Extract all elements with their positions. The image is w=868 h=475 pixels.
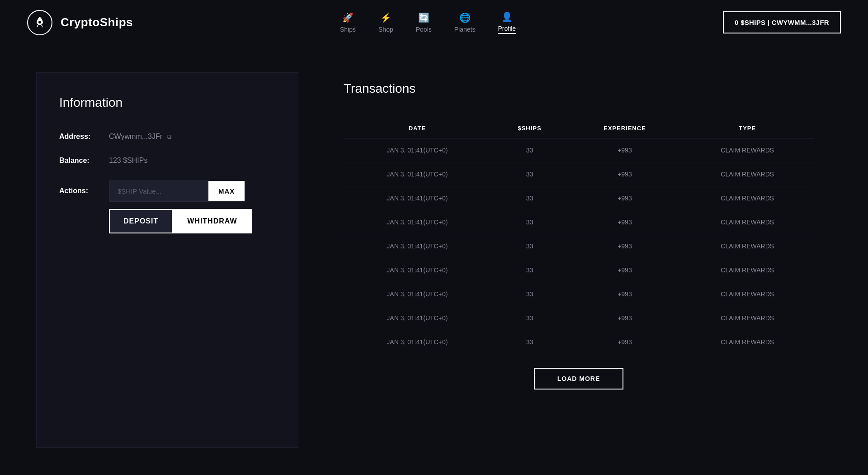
cell-ships: 33 — [491, 186, 569, 210]
pools-icon: 🔄 — [418, 12, 429, 23]
table-row: JAN 3, 01:41(UTC+0) 33 +993 CLAIM REWARD… — [344, 162, 814, 186]
nav-item-shop[interactable]: ⚡ Shop — [378, 12, 393, 33]
app-title: CryptoShips — [61, 15, 133, 29]
cell-type: CLAIM REWARDS — [681, 306, 814, 330]
cell-experience: +993 — [568, 330, 681, 354]
table-row: JAN 3, 01:41(UTC+0) 33 +993 CLAIM REWARD… — [344, 258, 814, 282]
transactions-header-row: DATE $SHIPS EXPERIENCE TYPE — [344, 119, 814, 138]
col-header-type: TYPE — [681, 119, 814, 138]
cell-date: JAN 3, 01:41(UTC+0) — [344, 258, 491, 282]
shop-icon: ⚡ — [380, 12, 392, 23]
load-more-button[interactable]: LOAD MORE — [534, 368, 624, 390]
nav-label-ships: Ships — [340, 26, 356, 33]
cell-ships: 33 — [491, 138, 569, 162]
transactions-table: DATE $SHIPS EXPERIENCE TYPE JAN 3, 01:41… — [344, 119, 814, 354]
main-nav: 🚀 Ships ⚡ Shop 🔄 Pools 🌐 Planets 👤 Profi… — [340, 11, 516, 34]
rocket-icon — [33, 16, 47, 29]
cell-date: JAN 3, 01:41(UTC+0) — [344, 282, 491, 306]
ship-value-row: MAX — [109, 180, 252, 202]
profile-icon: 👤 — [501, 11, 513, 22]
ships-icon: 🚀 — [342, 12, 354, 23]
cell-ships: 33 — [491, 210, 569, 234]
cell-date: JAN 3, 01:41(UTC+0) — [344, 306, 491, 330]
col-header-date: DATE — [344, 119, 491, 138]
cell-date: JAN 3, 01:41(UTC+0) — [344, 138, 491, 162]
table-row: JAN 3, 01:41(UTC+0) 33 +993 CLAIM REWARD… — [344, 306, 814, 330]
cell-experience: +993 — [568, 138, 681, 162]
cell-type: CLAIM REWARDS — [681, 234, 814, 258]
cell-experience: +993 — [568, 162, 681, 186]
cell-type: CLAIM REWARDS — [681, 138, 814, 162]
planets-icon: 🌐 — [459, 12, 471, 23]
col-header-experience: EXPERIENCE — [568, 119, 681, 138]
wallet-button[interactable]: 0 $SHIPS | CWYWMM...3JFR — [723, 11, 841, 33]
table-row: JAN 3, 01:41(UTC+0) 33 +993 CLAIM REWARD… — [344, 210, 814, 234]
nav-label-profile: Profile — [498, 25, 516, 32]
cell-ships: 33 — [491, 234, 569, 258]
table-row: JAN 3, 01:41(UTC+0) 33 +993 CLAIM REWARD… — [344, 138, 814, 162]
cell-ships: 33 — [491, 306, 569, 330]
cell-experience: +993 — [568, 306, 681, 330]
table-row: JAN 3, 01:41(UTC+0) 33 +993 CLAIM REWARD… — [344, 234, 814, 258]
table-row: JAN 3, 01:41(UTC+0) 33 +993 CLAIM REWARD… — [344, 186, 814, 210]
address-value: CWywmm...3JFr ⧉ — [109, 133, 171, 141]
actions-row: Actions: MAX DEPOSIT WHITHDRAW — [59, 180, 275, 233]
cell-type: CLAIM REWARDS — [681, 210, 814, 234]
cell-date: JAN 3, 01:41(UTC+0) — [344, 186, 491, 210]
cell-ships: 33 — [491, 162, 569, 186]
cell-type: CLAIM REWARDS — [681, 186, 814, 210]
actions-inputs: MAX DEPOSIT WHITHDRAW — [109, 180, 252, 233]
cell-ships: 33 — [491, 258, 569, 282]
cell-date: JAN 3, 01:41(UTC+0) — [344, 162, 491, 186]
nav-item-pools[interactable]: 🔄 Pools — [416, 12, 432, 33]
cell-date: JAN 3, 01:41(UTC+0) — [344, 210, 491, 234]
balance-label: Balance: — [59, 157, 109, 165]
nav-label-shop: Shop — [378, 26, 393, 33]
ship-value-input[interactable] — [109, 180, 208, 202]
cell-experience: +993 — [568, 234, 681, 258]
address-text: CWywmm...3JFr — [109, 133, 162, 141]
svg-point-0 — [38, 21, 41, 24]
cell-experience: +993 — [568, 282, 681, 306]
cell-ships: 33 — [491, 330, 569, 354]
copy-icon[interactable]: ⧉ — [167, 133, 171, 141]
info-panel: Information Address: CWywmm...3JFr ⧉ Bal… — [36, 72, 298, 448]
table-row: JAN 3, 01:41(UTC+0) 33 +993 CLAIM REWARD… — [344, 282, 814, 306]
withdraw-button[interactable]: WHITHDRAW — [173, 209, 251, 233]
cell-type: CLAIM REWARDS — [681, 330, 814, 354]
cell-type: CLAIM REWARDS — [681, 162, 814, 186]
nav-item-profile[interactable]: 👤 Profile — [498, 11, 516, 34]
col-header-ships: $SHIPS — [491, 119, 569, 138]
load-more-row: LOAD MORE — [344, 368, 814, 390]
deposit-button[interactable]: DEPOSIT — [109, 209, 173, 233]
table-row: JAN 3, 01:41(UTC+0) 33 +993 CLAIM REWARD… — [344, 330, 814, 354]
cell-experience: +993 — [568, 258, 681, 282]
transactions-panel: Transactions DATE $SHIPS EXPERIENCE TYPE… — [298, 72, 841, 448]
nav-item-planets[interactable]: 🌐 Planets — [454, 12, 476, 33]
cell-experience: +993 — [568, 186, 681, 210]
nav-label-planets: Planets — [454, 26, 476, 33]
cell-date: JAN 3, 01:41(UTC+0) — [344, 330, 491, 354]
cell-type: CLAIM REWARDS — [681, 282, 814, 306]
nav-label-pools: Pools — [416, 26, 432, 33]
transactions-title: Transactions — [344, 81, 814, 96]
header-left: CryptoShips — [27, 10, 133, 35]
action-buttons: DEPOSIT WHITHDRAW — [109, 209, 252, 233]
header: CryptoShips 🚀 Ships ⚡ Shop 🔄 Pools 🌐 Pla… — [0, 0, 868, 45]
max-button[interactable]: MAX — [208, 181, 245, 201]
cell-type: CLAIM REWARDS — [681, 258, 814, 282]
balance-row: Balance: 123 $SHIPs — [59, 157, 275, 165]
transactions-table-header: DATE $SHIPS EXPERIENCE TYPE — [344, 119, 814, 138]
cell-ships: 33 — [491, 282, 569, 306]
balance-value: 123 $SHIPs — [109, 157, 147, 165]
cell-experience: +993 — [568, 210, 681, 234]
nav-item-ships[interactable]: 🚀 Ships — [340, 12, 356, 33]
main-content: Information Address: CWywmm...3JFr ⧉ Bal… — [0, 45, 868, 475]
transactions-body: JAN 3, 01:41(UTC+0) 33 +993 CLAIM REWARD… — [344, 138, 814, 354]
app-logo — [27, 10, 52, 35]
info-panel-title: Information — [59, 95, 275, 110]
address-row: Address: CWywmm...3JFr ⧉ — [59, 133, 275, 141]
actions-label: Actions: — [59, 180, 109, 195]
cell-date: JAN 3, 01:41(UTC+0) — [344, 234, 491, 258]
address-label: Address: — [59, 133, 109, 141]
